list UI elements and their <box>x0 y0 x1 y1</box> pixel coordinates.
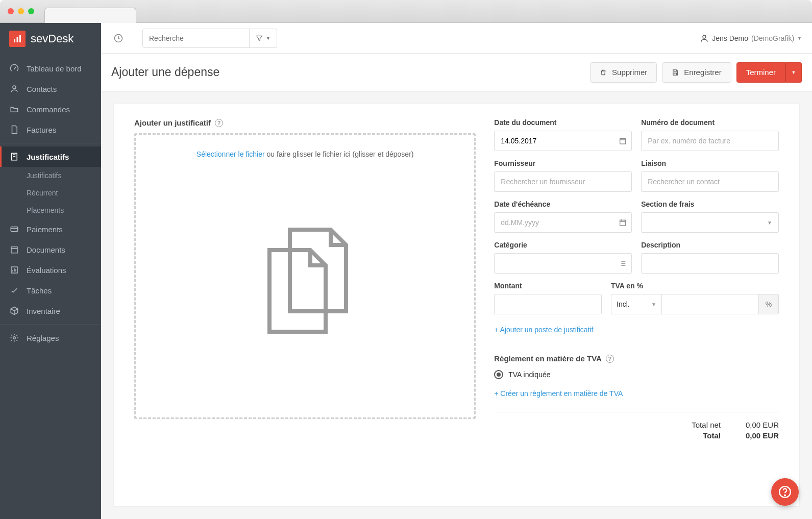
sidebar-item-contacts[interactable]: Contacts <box>0 79 101 99</box>
sidebar-item-label: Paiements <box>27 225 63 234</box>
create-tva-link[interactable]: + Créer un règlement en matière de TVA <box>494 389 623 398</box>
sidebar-item-label: Évaluations <box>27 266 66 275</box>
sidebar-sub-recurring[interactable]: Récurrent <box>0 184 101 202</box>
sidebar-item-label: Tâches <box>27 286 52 295</box>
category-label: Catégorie <box>494 241 632 249</box>
sidebar-item-label: Réglages <box>27 334 59 342</box>
total-net-label: Total net <box>659 421 721 429</box>
receipt-icon <box>9 152 19 162</box>
window-close-icon[interactable] <box>8 8 14 14</box>
chevron-down-icon: ▼ <box>797 36 802 41</box>
help-fab[interactable] <box>771 478 799 506</box>
sidebar-item-inventory[interactable]: Inventaire <box>0 301 101 321</box>
list-icon[interactable] <box>619 259 627 267</box>
svg-rect-6 <box>11 247 17 253</box>
finish-dropdown-toggle[interactable]: ▼ <box>785 62 802 83</box>
liaison-label: Liaison <box>641 159 779 167</box>
divider <box>0 324 101 325</box>
filter-button[interactable]: ▼ <box>250 29 277 48</box>
folder-icon <box>9 104 19 114</box>
window-minimize-icon[interactable] <box>18 8 24 14</box>
amount-input[interactable] <box>494 294 602 314</box>
sidebar: sevDesk Tableau de bord Contacts Command… <box>0 23 101 519</box>
cost-section-select[interactable]: ▼ <box>641 212 779 233</box>
vat-pct-label: TVA en % <box>611 282 779 290</box>
select-file-link[interactable]: Sélectionner le fichier <box>196 150 265 158</box>
due-date-input[interactable] <box>494 212 632 233</box>
svg-point-10 <box>703 35 706 38</box>
browser-chrome <box>0 0 812 23</box>
sidebar-item-label: Tableau de bord <box>27 64 82 73</box>
history-button[interactable] <box>111 31 126 45</box>
save-icon <box>672 69 679 76</box>
category-input[interactable] <box>494 253 632 274</box>
save-button[interactable]: Enregistrer <box>662 62 731 83</box>
file-icon <box>9 125 19 135</box>
search-input[interactable] <box>142 29 250 48</box>
sidebar-item-tasks[interactable]: Tâches <box>0 280 101 301</box>
svg-rect-0 <box>14 39 15 42</box>
box-icon <box>9 306 19 316</box>
doc-date-label: Date du document <box>494 118 632 127</box>
chevron-down-icon: ▼ <box>792 70 796 75</box>
logo-icon <box>9 31 26 47</box>
user-org: (DemoGrafik) <box>751 34 794 42</box>
description-input[interactable] <box>641 253 779 274</box>
browser-tab[interactable] <box>44 8 136 23</box>
sidebar-item-label: Justificatifs <box>27 153 69 161</box>
doc-number-label: Numéro de document <box>641 118 779 127</box>
svg-rect-5 <box>11 227 18 232</box>
user-name: Jens Demo <box>712 34 748 42</box>
user-menu[interactable]: Jens Demo (DemoGrafik) ▼ <box>700 34 802 43</box>
file-dropzone[interactable]: Sélectionner le fichier ou faire glisser… <box>134 133 476 419</box>
doc-date-input[interactable] <box>494 131 632 151</box>
help-icon[interactable]: ? <box>215 119 223 127</box>
upload-heading: Ajouter un justificatif ? <box>134 118 476 127</box>
finish-button[interactable]: Terminer <box>736 62 785 83</box>
add-line-link[interactable]: + Ajouter un poste de justificatif <box>494 326 593 334</box>
radio-label: TVA indiquée <box>508 370 550 379</box>
window-maximize-icon[interactable] <box>28 8 34 14</box>
sidebar-item-reports[interactable]: Évaluations <box>0 260 101 280</box>
total-label: Total <box>659 431 721 440</box>
doc-number-input[interactable] <box>641 131 779 151</box>
sidebar-item-payments[interactable]: Paiements <box>0 219 101 239</box>
cost-section-label: Section de frais <box>641 200 779 208</box>
svg-point-3 <box>13 86 16 89</box>
sidebar-item-receipts[interactable]: Justificatifs <box>0 146 101 167</box>
tva-indicated-radio[interactable]: TVA indiquée <box>494 370 779 379</box>
chevron-down-icon: ▼ <box>767 220 772 226</box>
svg-rect-1 <box>17 37 18 42</box>
vat-value-input[interactable] <box>662 294 758 314</box>
calendar-icon <box>9 244 19 255</box>
logo[interactable]: sevDesk <box>0 23 101 58</box>
svg-rect-2 <box>19 35 21 42</box>
due-date-label: Date d'échéance <box>494 200 632 208</box>
sidebar-item-invoices[interactable]: Factures <box>0 119 101 140</box>
vat-incl-select[interactable]: Incl.▼ <box>611 294 662 314</box>
supplier-input[interactable] <box>494 171 632 192</box>
main-content: ▼ Jens Demo (DemoGrafik) ▼ Ajouter une d… <box>101 23 812 519</box>
sidebar-item-dashboard[interactable]: Tableau de bord <box>0 58 101 79</box>
sidebar-item-label: Inventaire <box>27 307 60 315</box>
sidebar-sub-placements[interactable]: Placements <box>0 202 101 219</box>
total-net-value: 0,00 EUR <box>733 421 779 429</box>
sidebar-item-documents[interactable]: Documents <box>0 239 101 260</box>
total-value: 0,00 EUR <box>733 431 779 440</box>
sidebar-sub-receipts[interactable]: Justificatifs <box>0 167 101 184</box>
help-icon[interactable]: ? <box>606 355 614 363</box>
help-icon <box>778 485 792 499</box>
sidebar-item-label: Commandes <box>27 105 70 114</box>
divider <box>0 143 101 143</box>
sidebar-item-label: Contacts <box>27 85 57 93</box>
check-icon <box>9 285 19 295</box>
sidebar-item-orders[interactable]: Commandes <box>0 99 101 119</box>
sidebar-item-label: Documents <box>27 245 65 254</box>
sidebar-item-settings[interactable]: Réglages <box>0 328 101 348</box>
delete-button[interactable]: Supprimer <box>590 62 657 83</box>
pct-suffix: % <box>758 294 779 314</box>
description-label: Description <box>641 241 779 249</box>
gear-icon <box>9 333 19 343</box>
supplier-label: Fournisseur <box>494 159 632 167</box>
liaison-input[interactable] <box>641 171 779 192</box>
